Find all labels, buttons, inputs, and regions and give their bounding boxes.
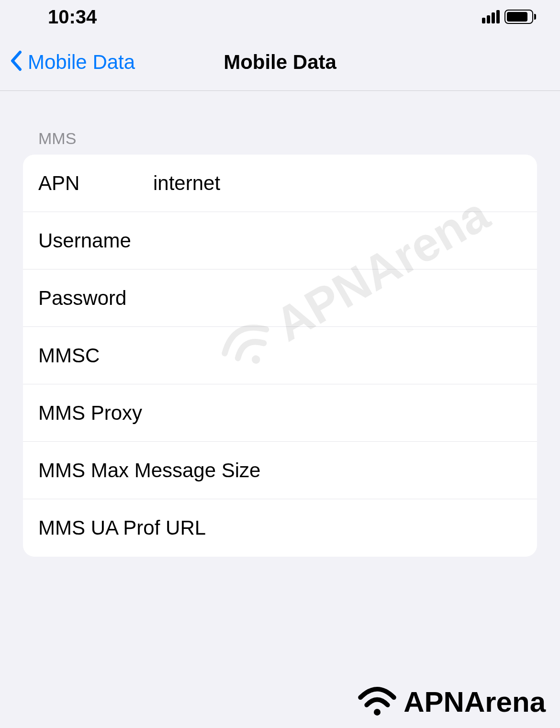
- mms-proxy-input[interactable]: [269, 402, 537, 425]
- mmsc-input[interactable]: [153, 344, 537, 367]
- back-label: Mobile Data: [28, 51, 135, 74]
- footer-logo-text: APNArena: [403, 685, 546, 718]
- mms-max-size-label: MMS Max Message Size: [38, 459, 269, 482]
- status-bar: 10:34: [0, 0, 560, 34]
- mms-max-size-input[interactable]: [269, 459, 537, 482]
- mms-ua-prof-url-row[interactable]: MMS UA Prof URL: [23, 499, 537, 557]
- battery-icon: [504, 10, 536, 24]
- footer-logo: APNArena: [356, 685, 546, 718]
- password-input[interactable]: [153, 287, 537, 310]
- svg-point-1: [374, 709, 381, 716]
- section-header-mms: MMS: [23, 129, 537, 148]
- password-row[interactable]: Password: [23, 269, 537, 327]
- page-title: Mobile Data: [224, 51, 336, 74]
- username-row[interactable]: Username: [23, 212, 537, 269]
- back-button[interactable]: Mobile Data: [10, 49, 135, 76]
- mmsc-label: MMSC: [38, 344, 153, 367]
- mms-proxy-label: MMS Proxy: [38, 402, 269, 425]
- cellular-signal-icon: [482, 10, 500, 23]
- apn-row[interactable]: APN: [23, 155, 537, 212]
- status-time: 10:34: [48, 6, 97, 28]
- mms-max-size-row[interactable]: MMS Max Message Size: [23, 442, 537, 499]
- content-area: MMS APN Username Password MMSC MMS Proxy: [0, 91, 560, 557]
- apn-input[interactable]: [153, 172, 537, 195]
- username-input[interactable]: [153, 229, 537, 252]
- apn-label: APN: [38, 172, 153, 195]
- username-label: Username: [38, 229, 153, 252]
- chevron-left-icon: [10, 49, 24, 76]
- password-label: Password: [38, 287, 153, 310]
- mms-ua-prof-url-input[interactable]: [269, 516, 537, 539]
- mmsc-row[interactable]: MMSC: [23, 327, 537, 384]
- mms-settings-group: APN Username Password MMSC MMS Proxy MMS…: [23, 155, 537, 557]
- wifi-icon: [356, 685, 399, 718]
- mms-proxy-row[interactable]: MMS Proxy: [23, 384, 537, 442]
- status-indicators: [482, 10, 536, 24]
- mms-ua-prof-url-label: MMS UA Prof URL: [38, 516, 269, 539]
- navigation-bar: Mobile Data Mobile Data: [0, 34, 560, 91]
